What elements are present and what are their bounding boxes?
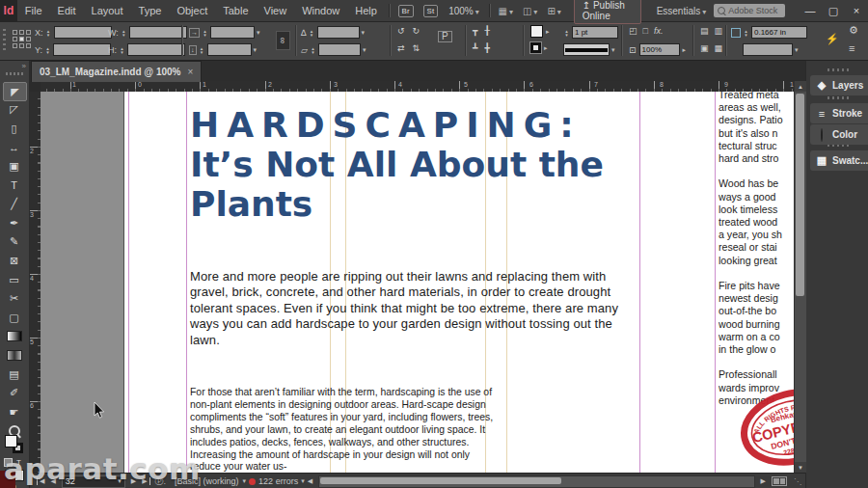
chevron-down-icon[interactable]: ▾ bbox=[254, 46, 258, 54]
frame-tool[interactable]: ⊠ bbox=[3, 252, 25, 269]
w-field[interactable] bbox=[129, 26, 187, 39]
note-tool[interactable]: ▤ bbox=[3, 366, 25, 383]
chevron-down-icon[interactable]: ▾ bbox=[243, 477, 247, 485]
panel-button-swatc[interactable]: ▦Swatc... bbox=[810, 150, 868, 171]
menu-edit[interactable]: Edit bbox=[50, 5, 84, 16]
align-distribute-icon[interactable]: ┻ bbox=[473, 43, 477, 53]
gap-spinner[interactable] bbox=[743, 29, 749, 37]
align-distribute-icon[interactable]: ╋ bbox=[484, 43, 489, 53]
scale-y-spinner[interactable] bbox=[199, 46, 205, 54]
panel-button-layers[interactable]: ◈Layers bbox=[810, 75, 868, 95]
align-distribute-icon[interactable]: ┳ bbox=[473, 26, 477, 36]
scissors-tool[interactable]: ✂ bbox=[3, 290, 25, 308]
arrange-documents-icon[interactable]: ⊞ bbox=[547, 6, 560, 16]
fill-swatch[interactable] bbox=[530, 25, 543, 38]
screen-mode-icon[interactable]: ◫ bbox=[523, 6, 537, 16]
panel-button-stroke[interactable]: ≡Stroke bbox=[810, 103, 868, 123]
rotation-spinner[interactable] bbox=[309, 29, 315, 37]
y-field[interactable] bbox=[53, 43, 111, 56]
chevron-down-icon[interactable]: ▾ bbox=[257, 29, 260, 37]
vertical-scrollbar[interactable]: ▲ ▼ bbox=[794, 81, 806, 473]
corner-options-icon[interactable]: ◰ bbox=[629, 26, 637, 36]
zoom-level-dropdown[interactable]: 100% bbox=[448, 6, 479, 16]
constrain-proportions-link-icon[interactable]: ∞ bbox=[276, 31, 290, 50]
dock-grip[interactable] bbox=[827, 96, 849, 99]
stock-button[interactable]: St bbox=[423, 5, 439, 17]
x-field[interactable] bbox=[54, 26, 112, 39]
menu-view[interactable]: View bbox=[257, 5, 295, 16]
content-collector-tool[interactable]: ▣ bbox=[3, 157, 25, 175]
hand-tool[interactable]: ☛ bbox=[3, 403, 25, 420]
scale-y-field[interactable] bbox=[207, 43, 252, 56]
quick-apply-lightning-icon[interactable]: ⚡ bbox=[826, 33, 839, 45]
restore-button[interactable]: ▢ bbox=[822, 5, 845, 17]
free-transform-tool[interactable]: ▢ bbox=[3, 309, 25, 326]
wrap-none-icon[interactable]: ▤ bbox=[700, 26, 709, 36]
menu-object[interactable]: Object bbox=[169, 5, 215, 16]
error-count[interactable]: 122 errors bbox=[258, 476, 298, 486]
menu-window[interactable]: Window bbox=[294, 5, 347, 16]
panel-grip[interactable] bbox=[3, 29, 6, 52]
type-tool[interactable]: T bbox=[3, 176, 25, 194]
selection-tool[interactable]: ◤ bbox=[3, 82, 27, 101]
scroll-right-icon[interactable]: ▶ bbox=[758, 477, 769, 485]
scale-x-field[interactable] bbox=[210, 26, 255, 39]
scroll-left-icon[interactable]: ◀ bbox=[305, 477, 315, 485]
publish-online-button[interactable]: ↥ Publish Online bbox=[574, 0, 641, 24]
menu-layout[interactable]: Layout bbox=[84, 5, 131, 16]
chevron-right-icon[interactable]: ▸ bbox=[544, 44, 548, 52]
scroll-up-icon[interactable]: ▲ bbox=[795, 81, 806, 92]
select-content-icon[interactable]: P bbox=[438, 31, 452, 42]
menu-help[interactable]: Help bbox=[347, 5, 385, 16]
horizontal-ruler[interactable]: 1012345678910 bbox=[41, 81, 794, 92]
opacity-field[interactable]: 100% bbox=[639, 43, 680, 56]
scroll-down-icon[interactable]: ▼ bbox=[795, 462, 806, 473]
adobe-stock-search[interactable]: Adobe Stock bbox=[714, 4, 785, 17]
fitting-dropdown[interactable] bbox=[743, 43, 793, 56]
direct-selection-tool[interactable]: ◸ bbox=[3, 101, 25, 119]
vertical-ruler[interactable]: 23456 bbox=[29, 92, 41, 473]
rotation-angle-field[interactable] bbox=[317, 26, 360, 39]
chevron-right-icon[interactable]: ▸ bbox=[683, 46, 687, 54]
horizontal-scroll-thumb[interactable] bbox=[320, 477, 561, 484]
chevron-down-icon[interactable]: ▾ bbox=[363, 46, 366, 54]
pen-tool[interactable]: ✒ bbox=[3, 214, 25, 231]
flip-horizontal-icon[interactable]: ⇄ bbox=[397, 43, 405, 53]
gradient-tool[interactable] bbox=[3, 328, 25, 345]
close-button[interactable]: × bbox=[845, 5, 868, 17]
chevron-down-icon[interactable]: ▾ bbox=[795, 46, 799, 54]
horizontal-scrollbar[interactable] bbox=[318, 475, 755, 488]
w-spinner[interactable] bbox=[121, 29, 127, 37]
document-tab[interactable]: 03_LM_Magazine.indd @ 100% × bbox=[31, 61, 202, 82]
resize-grip-icon[interactable]: ⋱ bbox=[794, 477, 801, 486]
gradient-feather-tool[interactable] bbox=[3, 346, 25, 364]
document-viewport[interactable]: HARDSCAPING: It’s Not All About the Plan… bbox=[41, 92, 794, 473]
view-options-icon[interactable]: ▦ bbox=[498, 6, 512, 16]
menu-type[interactable]: Type bbox=[131, 5, 170, 16]
chevron-down-icon[interactable]: ▾ bbox=[362, 29, 366, 37]
spread-view-icon[interactable] bbox=[772, 476, 787, 486]
wrap-bounding-box-icon[interactable]: ▥ bbox=[715, 26, 723, 36]
wrap-jump-icon[interactable]: ▦ bbox=[715, 43, 723, 53]
frame-fitting-icon[interactable] bbox=[731, 28, 741, 38]
shear-angle-field[interactable] bbox=[318, 43, 361, 56]
menu-table[interactable]: Table bbox=[215, 5, 256, 16]
page-tool[interactable]: ▯ bbox=[3, 120, 25, 137]
close-tab-icon[interactable]: × bbox=[187, 67, 193, 77]
x-spinner[interactable] bbox=[45, 29, 52, 37]
rotate-ccw-icon[interactable]: ↺ bbox=[397, 26, 405, 36]
corner-shape-icon[interactable]: □ bbox=[643, 26, 648, 36]
stroke-weight-spinner[interactable] bbox=[563, 29, 570, 37]
toolbar-grip[interactable] bbox=[6, 72, 23, 75]
expand-panel-icon[interactable]: » bbox=[22, 62, 26, 70]
y-spinner[interactable] bbox=[44, 46, 51, 54]
menu-file[interactable]: File bbox=[17, 5, 50, 16]
line-tool[interactable]: ╱ bbox=[3, 196, 25, 213]
stroke-swatch[interactable] bbox=[530, 42, 541, 53]
wrap-object-shape-icon[interactable]: ▣ bbox=[700, 43, 709, 53]
h-spinner[interactable] bbox=[119, 46, 125, 54]
gear-icon[interactable]: ⚙ bbox=[849, 24, 858, 37]
rectangle-tool[interactable]: ▭ bbox=[3, 271, 25, 288]
dock-grip[interactable] bbox=[827, 68, 849, 71]
flip-vertical-icon[interactable]: ⇅ bbox=[413, 43, 420, 53]
